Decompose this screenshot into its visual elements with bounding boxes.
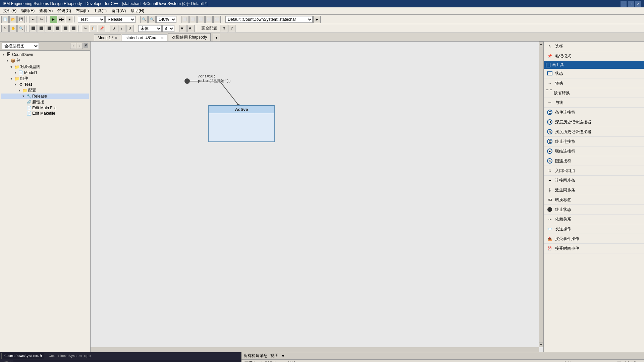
bold-button[interactable]: B	[110, 25, 117, 32]
tool-default-transition[interactable]: 缺省转换	[544, 88, 644, 98]
zoom-tool[interactable]: 🔍	[17, 25, 25, 32]
menu-edit[interactable]: 编辑(E)	[19, 7, 37, 14]
tool-sticky[interactable]: 📌 粘记模式	[544, 51, 644, 61]
tb-extra5[interactable]: ⬜	[213, 16, 221, 23]
tb-extra3[interactable]: ⬜	[197, 16, 205, 23]
tool-condition-connector[interactable]: ⊙ 条件连接符	[544, 108, 644, 117]
cut-button[interactable]: ✂	[82, 25, 89, 32]
tool-end-state[interactable]: 终止状态	[544, 205, 644, 215]
tree-item-editmakefile[interactable]: 📄 Edit Makefile	[1, 111, 89, 116]
canvas-scrollbar-h[interactable]	[91, 347, 539, 352]
tool-transition[interactable]: → 转换	[544, 78, 644, 88]
tree-item-test[interactable]: ▼ ⚙ Test	[1, 82, 89, 87]
tree-item-hyperlink[interactable]: 🔗 超链接	[1, 99, 89, 105]
align-left[interactable]: ⬛	[30, 25, 37, 32]
tree-item-release[interactable]: ▼ 🔧 Release	[1, 94, 89, 99]
view-dropdown[interactable]: 全模型视图	[2, 43, 39, 49]
menu-view[interactable]: 查看(V)	[37, 7, 55, 14]
open-button[interactable]: 📂	[9, 16, 17, 23]
tool-deep-history[interactable]: H 深度历史记录连接器	[544, 117, 644, 127]
tab-welcome[interactable]: 欢迎使用 Rhapsody	[168, 33, 211, 41]
tool-shallow-history[interactable]: h 浅度历史记录连接器	[544, 127, 644, 137]
tree-item-countdown[interactable]: ▼ 🗄 CountDown	[1, 52, 89, 57]
run-config-select[interactable]: Test	[78, 16, 105, 23]
tb-extra1[interactable]: ⬜	[181, 16, 189, 23]
paste-button[interactable]: 📌	[98, 25, 105, 32]
canvas-scrollbar-v[interactable]: ▲ ▼	[539, 42, 543, 347]
menu-window[interactable]: 窗口(W)	[109, 7, 128, 14]
save-button[interactable]: 💾	[17, 16, 25, 23]
tool-state[interactable]: 状态	[544, 69, 644, 78]
distribute-h[interactable]: ⬛	[62, 25, 69, 32]
tool-select[interactable]: ↖ 选择	[544, 42, 644, 51]
maximize-button[interactable]: □	[628, 1, 634, 7]
tool-recv-event[interactable]: 📥 接受事件操作	[544, 234, 644, 244]
code-tab-cpp[interactable]: CountDownSystem.cpp	[46, 353, 94, 359]
tb-extra2[interactable]: ⬜	[189, 16, 197, 23]
zoom-out-button[interactable]: 🔍	[148, 16, 156, 23]
full-config-btn[interactable]: ⚙	[220, 25, 227, 32]
tree-item-components[interactable]: ▼ 📁 组件	[1, 75, 89, 82]
new-button[interactable]: 📄	[1, 16, 9, 23]
tab-model1-close[interactable]: ✕	[115, 36, 117, 40]
menu-code[interactable]: 代码(C)	[55, 7, 73, 14]
align-bottom[interactable]: ⬛	[54, 25, 61, 32]
code-tab-h[interactable]: CountDownSystem.h	[1, 353, 45, 359]
scroll-track-v[interactable]	[539, 46, 543, 343]
underline-button[interactable]: U	[126, 25, 133, 32]
breadcrumb-select[interactable]: Default::CountDownSystem::statechar	[225, 16, 313, 23]
font-select[interactable]: 宋体	[138, 25, 162, 32]
align-right[interactable]: ⬛	[38, 25, 45, 32]
menu-file[interactable]: 文件(F)	[1, 7, 18, 14]
tool-dependency[interactable]: ⤳ 依赖关系	[544, 215, 644, 224]
tab-statechart-close[interactable]: ✕	[161, 36, 164, 40]
decrease-font[interactable]: A↓	[187, 25, 195, 32]
menu-layout[interactable]: 布局(L)	[74, 7, 91, 14]
tab-statechart[interactable]: statechart_4/Cou... ✕	[122, 34, 167, 41]
scroll-down-button[interactable]: ▼	[539, 343, 543, 347]
tree-item-bao[interactable]: ▼ 📦 包	[1, 57, 89, 64]
tool-derive-sync[interactable]: ╋ 派生同步条	[544, 185, 644, 195]
tb-extra4[interactable]: ⬜	[205, 16, 213, 23]
zoom-select[interactable]: 140%	[156, 16, 176, 23]
tool-sync-bar[interactable]: ━ 连接同步条	[544, 176, 644, 185]
undo-button[interactable]: ↩	[30, 16, 37, 23]
left-panel-close[interactable]: ✕	[84, 43, 88, 48]
close-button[interactable]: ✕	[635, 1, 641, 7]
scroll-up-button[interactable]: ▲	[539, 42, 543, 46]
tree-item-config[interactable]: ▼ 📁 配置	[1, 87, 89, 94]
tab-dropdown[interactable]: ▼	[213, 34, 220, 41]
lp-up-button[interactable]: ↑	[70, 43, 76, 49]
lp-down-button[interactable]: ↓	[77, 43, 83, 49]
help-icon[interactable]: ?	[228, 25, 235, 32]
tool-diagram-connector[interactable]: ○ 图连接符	[544, 156, 644, 166]
breadcrumb-go[interactable]: ▶	[313, 16, 321, 23]
stop-button[interactable]: ■	[66, 16, 73, 23]
build-view-dropdown[interactable]: ▼	[281, 354, 285, 358]
distribute-v[interactable]: ⬛	[70, 25, 77, 32]
menu-help[interactable]: 帮助(H)	[128, 7, 146, 14]
increase-font[interactable]: A↑	[179, 25, 186, 32]
tool-and-line[interactable]: ⊣ 与线	[544, 98, 644, 108]
build-config-select[interactable]: Release	[105, 16, 136, 23]
align-top[interactable]: ⬛	[46, 25, 53, 32]
active-state[interactable]: Active	[208, 105, 275, 142]
play-fast-button[interactable]: ▶▶	[58, 16, 65, 23]
tool-terminate[interactable]: ⊗ 终止连接符	[544, 137, 644, 146]
tree-item-editmain[interactable]: 📄 Edit Main File	[1, 105, 89, 111]
center-canvas[interactable]: /cnt=10; print("已开始"); Active ▲ ▼	[91, 42, 543, 352]
select-tool[interactable]: ↖	[1, 25, 9, 32]
zoom-in-button[interactable]: 🔍	[140, 16, 148, 23]
font-size-select[interactable]: 8	[162, 25, 174, 32]
tree-item-model1[interactable]: ▼ 📄 Model1	[1, 70, 89, 75]
italic-button[interactable]: I	[118, 25, 125, 32]
menu-tools[interactable]: 工具(T)	[92, 7, 109, 14]
tool-send-op[interactable]: 📨 发送操作	[544, 224, 644, 234]
tool-trans-label[interactable]: 🏷 转换标签	[544, 195, 644, 205]
minimize-button[interactable]: ─	[621, 1, 627, 7]
tool-recv-time[interactable]: ⏰ 接受时间事件	[544, 244, 644, 253]
hand-tool[interactable]: ✋	[9, 25, 17, 32]
tree-item-objmodel[interactable]: ▼ 📁 对象模型图	[1, 64, 89, 70]
tool-junction[interactable]: ● 联结连接符	[544, 146, 644, 156]
redo-button[interactable]: ↪	[38, 16, 45, 23]
